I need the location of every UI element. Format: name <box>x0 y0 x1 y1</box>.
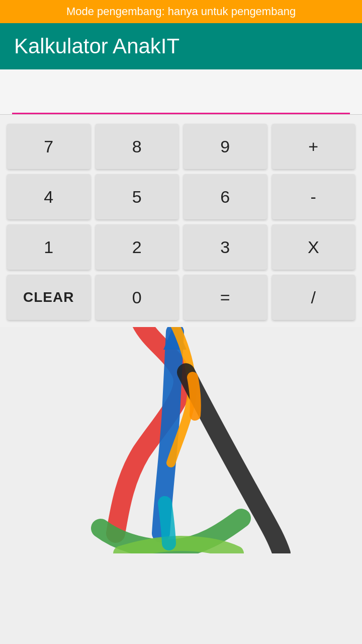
btn-6[interactable]: 6 <box>184 174 267 219</box>
btn-divide[interactable]: / <box>272 275 355 320</box>
app-title: Kalkulator AnakIT <box>14 34 348 58</box>
btn-clear[interactable]: CLEAR <box>7 275 90 320</box>
btn-1[interactable]: 1 <box>7 224 90 270</box>
developer-banner: Mode pengembang: hanya untuk pengembang <box>0 0 362 23</box>
btn-3[interactable]: 3 <box>184 224 267 270</box>
btn-minus[interactable]: - <box>272 174 355 219</box>
display-area <box>0 69 362 115</box>
btn-9[interactable]: 9 <box>184 124 267 169</box>
logo-area <box>0 322 362 553</box>
app-logo <box>40 322 302 553</box>
btn-7[interactable]: 7 <box>7 124 90 169</box>
btn-multiply[interactable]: X <box>272 224 355 270</box>
btn-2[interactable]: 2 <box>96 224 179 270</box>
btn-4[interactable]: 4 <box>7 174 90 219</box>
app-header: Kalkulator AnakIT <box>0 23 362 69</box>
btn-5[interactable]: 5 <box>96 174 179 219</box>
btn-plus[interactable]: + <box>272 124 355 169</box>
btn-0[interactable]: 0 <box>96 275 179 320</box>
btn-equals[interactable]: = <box>184 275 267 320</box>
keypad: 7 8 9 + 4 5 6 - 1 2 3 X CLEAR 0 = / <box>0 115 362 327</box>
btn-8[interactable]: 8 <box>96 124 179 169</box>
display-input[interactable] <box>12 89 350 114</box>
